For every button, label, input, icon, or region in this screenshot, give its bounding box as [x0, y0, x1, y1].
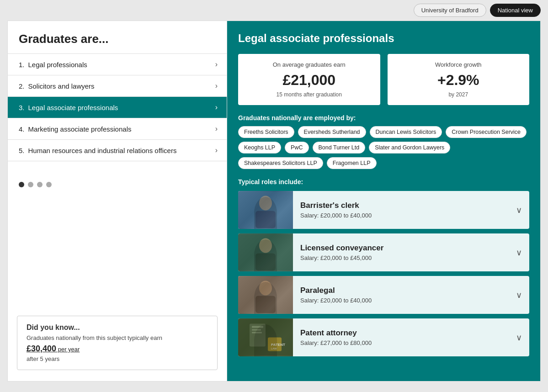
employer-tag-slater: Slater and Gordon Lawyers [369, 142, 450, 154]
university-btn[interactable]: University of Bradford [414, 4, 486, 17]
svg-rect-0 [238, 192, 293, 228]
role-image-paralegal [238, 276, 293, 314]
svg-point-1 [259, 196, 272, 211]
role-info-conveyancer: Licensed conveyancer Salary: £20,000 to … [293, 233, 509, 271]
chevron-down-icon: ∨ [509, 318, 529, 356]
svg-text:LAW: LAW [271, 347, 277, 350]
dot-1[interactable] [19, 182, 24, 187]
chevron-down-icon: ∨ [509, 276, 529, 314]
stat-growth-value: +2.9% [397, 72, 521, 89]
employer-tag-freeths: Freeths Solicitors [238, 126, 294, 138]
role-salary-paralegal: Salary: £20,000 to £40,000 [300, 297, 501, 304]
dyk-title: Did you know... [27, 323, 208, 332]
svg-rect-6 [238, 277, 293, 313]
svg-rect-3 [238, 234, 293, 271]
roles-label: Typical roles include: [238, 178, 529, 185]
stat-earnings-label: On average graduates earn [247, 61, 371, 68]
dot-2[interactable] [28, 182, 33, 187]
graduates-title: Graduates are... [8, 32, 227, 53]
svg-rect-8 [255, 296, 276, 313]
employers-tags: Freeths Solicitors Eversheds Sutherland … [238, 126, 529, 169]
svg-point-7 [259, 281, 272, 296]
svg-rect-9 [238, 319, 293, 356]
nav-item-marketing[interactable]: 4. Marketing associate professionals › [8, 118, 227, 139]
employer-tag-duncan: Duncan Lewis Solicitors [370, 126, 442, 138]
employers-label: Graduates nationally are employed by: [238, 114, 529, 122]
role-salary-barrister: Salary: £20,000 to £40,000 [300, 212, 501, 219]
top-bar: University of Bradford National view [0, 0, 548, 21]
role-name-patent: Patent attorney [300, 328, 501, 338]
role-image-barrister [238, 191, 293, 229]
chevron-icon: › [215, 103, 218, 111]
stat-growth-label: Workforce growth [397, 61, 521, 68]
svg-text:PATENT: PATENT [271, 343, 285, 347]
role-card-paralegal[interactable]: Paralegal Salary: £20,000 to £40,000 ∨ [238, 276, 529, 314]
role-salary-conveyancer: Salary: £20,000 to £45,000 [300, 254, 501, 261]
section-title: Legal associate professionals [238, 32, 529, 45]
nav-item-hr[interactable]: 5. Human resources and industrial relati… [8, 139, 227, 161]
dot-4[interactable] [46, 182, 52, 187]
main-container: Graduates are... 1. Legal professionals … [7, 21, 541, 381]
svg-rect-5 [255, 254, 276, 271]
svg-rect-13 [252, 332, 262, 334]
stat-growth-sub: by 2027 [397, 91, 521, 98]
chevron-icon: › [215, 125, 218, 133]
employer-tag-fragomen: Fragomen LLP [327, 157, 377, 169]
role-info-paralegal: Paralegal Salary: £20,000 to £40,000 [293, 276, 509, 314]
chevron-icon: › [215, 82, 218, 90]
pagination [8, 173, 227, 196]
role-name-conveyancer: Licensed conveyancer [300, 244, 501, 253]
chevron-icon: › [215, 146, 218, 154]
role-card-conveyancer[interactable]: Licensed conveyancer Salary: £20,000 to … [238, 233, 529, 271]
role-name-barrister: Barrister's clerk [300, 201, 501, 210]
stats-row: On average graduates earn £21,000 15 mon… [238, 54, 529, 105]
dot-3[interactable] [37, 182, 43, 187]
role-name-paralegal: Paralegal [300, 286, 501, 295]
employer-tag-bond: Bond Turner Ltd [313, 142, 366, 154]
dyk-after: after 5 years [27, 355, 208, 362]
stat-earnings-sub: 15 months after graduation [247, 91, 371, 98]
role-card-barrister[interactable]: Barrister's clerk Salary: £20,000 to £40… [238, 191, 529, 229]
chevron-icon: › [215, 60, 218, 69]
footer: Information for 'Law and business studie… [0, 389, 548, 392]
national-view-btn[interactable]: National view [490, 4, 541, 17]
stat-card-growth: Workforce growth +2.9% by 2027 [388, 54, 530, 105]
nav-item-solicitors[interactable]: 2. Solicitors and lawyers › [8, 75, 227, 96]
nav-list: 1. Legal professionals › 2. Solicitors a… [8, 53, 227, 173]
svg-rect-12 [252, 329, 261, 331]
left-panel: Graduates are... 1. Legal professionals … [8, 21, 227, 381]
employer-tag-shakespeares: Shakespeares Solicitors LLP [238, 157, 323, 169]
dyk-per-year: per year [56, 346, 80, 353]
svg-point-4 [259, 238, 272, 253]
employer-tag-keoghs: Keoghs LLP [238, 142, 281, 154]
chevron-down-icon: ∨ [509, 233, 529, 271]
dyk-amount: £30,400 [27, 344, 56, 353]
role-info-patent: Patent attorney Salary: £27,000 to £80,0… [293, 318, 509, 356]
role-card-patent[interactable]: PATENT LAW Patent attorney Salary: £27,0… [238, 318, 529, 356]
employer-tag-eversheds: Eversheds Sutherland [298, 126, 366, 138]
role-image-patent: PATENT LAW [238, 318, 293, 356]
role-info-barrister: Barrister's clerk Salary: £20,000 to £40… [293, 191, 509, 229]
stat-card-earnings: On average graduates earn £21,000 15 mon… [238, 54, 380, 105]
right-panel: Legal associate professionals On average… [227, 21, 540, 381]
dyk-desc: Graduates nationally from this subject t… [27, 334, 208, 341]
stat-earnings-value: £21,000 [247, 72, 371, 89]
svg-rect-11 [252, 326, 263, 328]
employer-tag-crown: Crown Prosecution Service [446, 126, 527, 138]
role-salary-patent: Salary: £27,000 to £80,000 [300, 339, 501, 346]
nav-item-legal-associate[interactable]: 3. Legal associate professionals › [8, 96, 227, 118]
employer-tag-pwc: PwC [285, 142, 309, 154]
role-image-conveyancer [238, 233, 293, 271]
chevron-down-icon: ∨ [509, 191, 529, 229]
did-you-know-box: Did you know... Graduates nationally fro… [17, 316, 218, 370]
svg-rect-2 [255, 211, 276, 228]
nav-item-legal-professionals[interactable]: 1. Legal professionals › [8, 53, 227, 75]
